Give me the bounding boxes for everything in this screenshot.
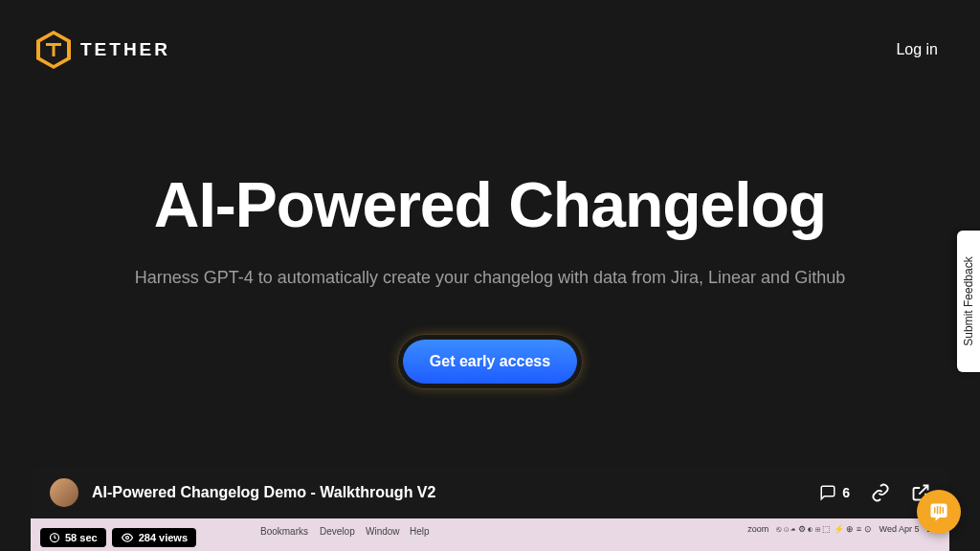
video-title: AI-Powered Changelog Demo - Walkthrough …: [92, 484, 435, 501]
menubar-item: Develop: [320, 526, 355, 537]
presenter-avatar: [50, 478, 78, 507]
hero-subtitle: Harness GPT-4 to automatically create yo…: [0, 268, 980, 288]
cta-glow-ring: Get early access: [397, 334, 583, 389]
views-pill: 284 views: [112, 528, 196, 547]
menubar-zoom: zoom: [747, 524, 768, 534]
brand-name: TETHER: [80, 39, 170, 60]
menubar-item: Window: [366, 526, 400, 537]
comments-button[interactable]: 6: [819, 484, 850, 501]
intercom-launcher[interactable]: [917, 490, 961, 534]
views-text: 284 views: [139, 532, 188, 543]
clock-icon: [49, 532, 60, 543]
copy-link-button[interactable]: [871, 483, 890, 502]
menubar-item: Bookmarks: [260, 526, 308, 537]
menubar-date: Wed Apr 5: [880, 524, 920, 534]
feedback-label: Submit Feedback: [962, 256, 975, 345]
get-early-access-button[interactable]: Get early access: [403, 340, 577, 384]
hexagon-logo-icon: [34, 29, 73, 71]
comment-icon: [819, 484, 836, 501]
duration-text: 58 sec: [65, 532, 98, 543]
video-thumbnail-menubar: Bookmarks Develop Window Help zoom ⎋ ⊙ ☁…: [31, 518, 949, 551]
svg-rect-7: [930, 503, 947, 518]
hero-title: AI-Powered Changelog: [0, 168, 980, 241]
comment-count: 6: [842, 485, 850, 500]
svg-point-6: [125, 537, 128, 540]
intercom-icon: [927, 500, 950, 523]
login-link[interactable]: Log in: [896, 41, 938, 58]
duration-pill: 58 sec: [40, 528, 106, 547]
menubar-item: Help: [410, 526, 430, 537]
svg-rect-3: [53, 43, 56, 56]
demo-video-embed[interactable]: AI-Powered Changelog Demo - Walkthrough …: [31, 467, 949, 551]
brand-logo[interactable]: TETHER: [34, 29, 170, 71]
link-icon: [871, 483, 890, 502]
submit-feedback-tab[interactable]: Submit Feedback: [957, 231, 980, 372]
eye-icon: [121, 532, 134, 543]
